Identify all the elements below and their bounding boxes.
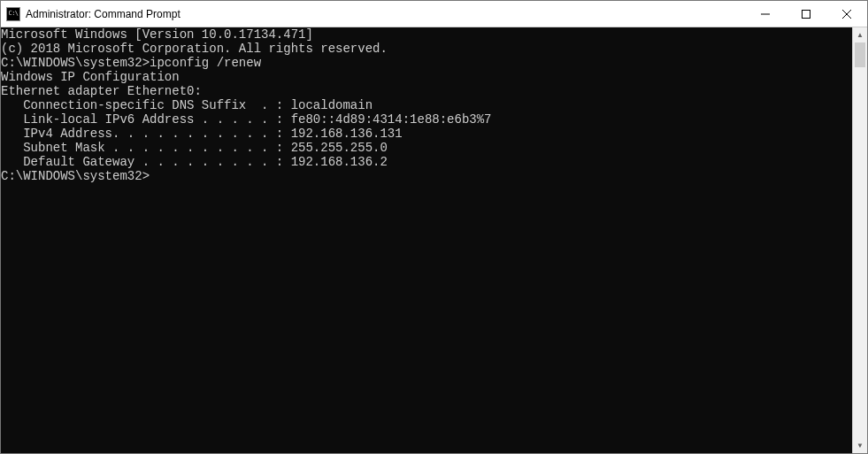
window-controls: [745, 1, 867, 27]
terminal-output[interactable]: Microsoft Windows [Version 10.0.17134.47…: [1, 27, 852, 453]
terminal-line: Connection-specific DNS Suffix . : local…: [1, 98, 852, 112]
titlebar[interactable]: C:\ Administrator: Command Prompt: [1, 1, 867, 27]
terminal-line: Subnet Mask . . . . . . . . . . . : 255.…: [1, 141, 852, 155]
scrollbar-up-arrow[interactable]: ▲: [853, 27, 867, 42]
terminal-line: Ethernet adapter Ethernet0:: [1, 84, 852, 98]
maximize-button[interactable]: [786, 1, 826, 27]
titlebar-left: C:\ Administrator: Command Prompt: [6, 7, 181, 21]
svg-rect-1: [803, 10, 810, 18]
cmd-icon: C:\: [6, 7, 20, 21]
minimize-button[interactable]: [745, 1, 786, 27]
terminal-container: Microsoft Windows [Version 10.0.17134.47…: [1, 27, 867, 453]
terminal-line: IPv4 Address. . . . . . . . . . . : 192.…: [1, 127, 852, 141]
terminal-line: (c) 2018 Microsoft Corporation. All righ…: [1, 42, 852, 56]
terminal-line: Link-local IPv6 Address . . . . . : fe80…: [1, 112, 852, 127]
command-prompt-window: C:\ Administrator: Command Prompt Micros…: [0, 0, 868, 454]
terminal-line: C:\WINDOWS\system32>ipconfig /renew: [1, 56, 852, 70]
vertical-scrollbar[interactable]: ▲ ▼: [852, 27, 867, 453]
scrollbar-down-arrow[interactable]: ▼: [853, 438, 867, 453]
terminal-line: Windows IP Configuration: [1, 70, 852, 84]
window-title: Administrator: Command Prompt: [26, 8, 181, 20]
close-button[interactable]: [826, 1, 867, 27]
scrollbar-thumb[interactable]: [855, 42, 865, 67]
terminal-line: Default Gateway . . . . . . . . . : 192.…: [1, 155, 852, 169]
terminal-line: Microsoft Windows [Version 10.0.17134.47…: [1, 27, 852, 42]
scrollbar-track[interactable]: [853, 42, 867, 438]
terminal-line: C:\WINDOWS\system32>: [1, 169, 852, 183]
